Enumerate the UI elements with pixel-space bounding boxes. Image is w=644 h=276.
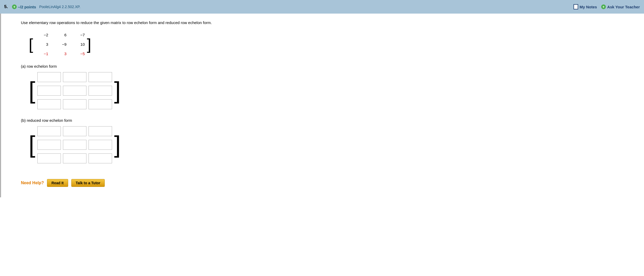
points-text: –/2 points [18, 5, 36, 9]
matrix-cell-0-1: 6 [54, 33, 67, 37]
ask-teacher-link[interactable]: + Ask Your Teacher [601, 4, 640, 9]
my-notes-link[interactable]: My Notes [573, 4, 597, 9]
note-icon [573, 4, 578, 9]
part-b-input-2-1[interactable] [63, 153, 86, 163]
part-b-matrix: [ ] [29, 126, 121, 163]
need-help-label: Need Help? [21, 181, 44, 185]
part-b-bracket-right: ] [114, 135, 121, 155]
ask-teacher-plus-icon: + [601, 4, 606, 9]
part-a-label: (a) row echelon form [21, 64, 628, 68]
part-a-input-1-1[interactable] [63, 86, 86, 96]
part-a-bracket-right: ] [114, 80, 121, 101]
part-b-input-0-1[interactable] [63, 126, 86, 136]
part-a-input-0-1[interactable] [63, 72, 86, 82]
main-content: Use elementary row operations to reduce … [5, 14, 644, 197]
matrix-bracket-right: ] [87, 37, 91, 52]
matrix-cell-2-1: 3 [54, 51, 67, 56]
matrix-cell-2-0: −1 [35, 51, 48, 56]
part-a-input-2-1[interactable] [63, 99, 86, 109]
left-divider [0, 14, 1, 197]
given-matrix: [ −2 6 −7 3 −9 10 −1 3 −5 ] [29, 31, 91, 58]
part-a-input-1-0[interactable] [37, 86, 61, 96]
my-notes-label: My Notes [579, 5, 597, 9]
matrix-cell-2-2: −5 [72, 51, 85, 56]
part-b-input-2-0[interactable] [37, 153, 61, 163]
part-a-matrix: [ ] [29, 72, 121, 109]
plus-icon: + [12, 4, 17, 9]
part-a-bracket-left: [ [29, 80, 35, 101]
ask-teacher-label: Ask Your Teacher [607, 5, 640, 9]
problem-statement: Use elementary row operations to reduce … [21, 20, 628, 26]
question-number: 5. [4, 4, 8, 9]
part-a-input-0-0[interactable] [37, 72, 61, 82]
header-right: My Notes + Ask Your Teacher [573, 4, 640, 9]
part-a-input-0-2[interactable] [89, 72, 112, 82]
matrix-cell-1-1: −9 [54, 42, 67, 47]
talk-to-tutor-button[interactable]: Talk to a Tutor [71, 179, 105, 187]
part-b-input-1-1[interactable] [63, 140, 86, 150]
matrix-bracket-left: [ [29, 37, 33, 52]
matrix-grid: −2 6 −7 3 −9 10 −1 3 −5 [35, 31, 85, 58]
need-help-section: Need Help? Read It Talk to a Tutor [21, 179, 628, 187]
read-it-button[interactable]: Read It [47, 179, 68, 187]
problem-id: PooleLinAlg4 2.2.502.XP. [39, 5, 80, 9]
part-b-input-grid [37, 126, 112, 163]
matrix-cell-1-0: 3 [35, 42, 48, 47]
header-bar: 5. + –/2 points PooleLinAlg4 2.2.502.XP.… [0, 0, 644, 14]
part-a-input-grid [37, 72, 112, 109]
part-b-label: (b) reduced row echelon form [21, 118, 628, 123]
part-b-input-1-0[interactable] [37, 140, 61, 150]
part-b-input-1-2[interactable] [89, 140, 112, 150]
part-b-bracket-left: [ [29, 135, 35, 155]
part-b-input-0-0[interactable] [37, 126, 61, 136]
part-b-input-2-2[interactable] [89, 153, 112, 163]
part-a-input-2-2[interactable] [89, 99, 112, 109]
points-badge: + –/2 points [12, 4, 36, 9]
part-a-input-1-2[interactable] [89, 86, 112, 96]
part-b-input-0-2[interactable] [89, 126, 112, 136]
matrix-cell-0-0: −2 [35, 33, 48, 37]
matrix-cell-1-2: 10 [72, 42, 85, 47]
part-a-input-2-0[interactable] [37, 99, 61, 109]
matrix-cell-0-2: −7 [72, 33, 85, 37]
